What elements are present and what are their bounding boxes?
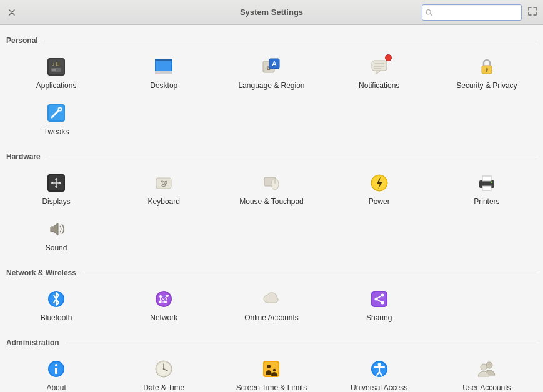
svg-rect-10 bbox=[155, 71, 172, 74]
grid-administration: About Date & Time Screen Time & Limits U… bbox=[0, 350, 543, 392]
item-label: Screen Time & Limits bbox=[236, 383, 307, 392]
grid-personal: ♪ 日 Applications Desktop aA Language & R… bbox=[0, 47, 543, 144]
svg-rect-15 bbox=[372, 61, 387, 71]
keyboard-icon: @ bbox=[153, 172, 174, 194]
search-field-wrap[interactable] bbox=[422, 4, 522, 21]
item-label: Sharing bbox=[366, 313, 392, 322]
item-desktop[interactable]: Desktop bbox=[110, 51, 217, 97]
svg-rect-55 bbox=[55, 368, 57, 374]
section-header-administration: Administration bbox=[0, 330, 543, 350]
svg-rect-21 bbox=[486, 70, 487, 72]
maximize-button[interactable] bbox=[528, 7, 537, 18]
item-printers[interactable]: Printers bbox=[433, 167, 541, 213]
item-label: Notifications bbox=[359, 81, 399, 90]
item-label: Security & Privacy bbox=[456, 81, 517, 90]
item-label: Tweaks bbox=[44, 127, 69, 136]
mouse-icon bbox=[261, 172, 282, 194]
titlebar: System Settings bbox=[0, 0, 543, 25]
svg-rect-37 bbox=[482, 186, 491, 190]
item-sound[interactable]: Sound bbox=[2, 213, 110, 260]
svg-text:@: @ bbox=[160, 179, 167, 187]
svg-line-1 bbox=[430, 13, 432, 15]
section-title: Network & Wireless bbox=[6, 268, 76, 277]
item-label: Bluetooth bbox=[41, 313, 72, 322]
notification-badge bbox=[385, 54, 392, 61]
item-about[interactable]: About bbox=[2, 353, 110, 392]
screentime-icon bbox=[261, 358, 282, 380]
applications-icon: ♪ 日 bbox=[46, 56, 67, 77]
search-input[interactable] bbox=[433, 7, 519, 17]
svg-point-67 bbox=[377, 363, 381, 366]
item-online-accounts[interactable]: Online Accounts bbox=[217, 283, 325, 330]
section-title: Hardware bbox=[6, 152, 41, 161]
svg-text:♪ 日: ♪ 日 bbox=[52, 62, 60, 66]
item-label: Network bbox=[150, 313, 177, 322]
item-label: Power bbox=[369, 197, 390, 206]
item-label: Printers bbox=[474, 197, 499, 206]
printer-icon bbox=[476, 172, 497, 194]
close-button[interactable] bbox=[6, 7, 17, 18]
item-power[interactable]: Power bbox=[326, 167, 433, 213]
lock-icon bbox=[476, 56, 497, 77]
item-displays[interactable]: Displays bbox=[2, 167, 110, 213]
item-language-region[interactable]: aA Language & Region bbox=[217, 51, 325, 97]
item-keyboard[interactable]: @ Keyboard bbox=[110, 167, 217, 213]
displays-icon bbox=[46, 172, 67, 194]
network-icon bbox=[153, 288, 174, 310]
item-screen-time-limits[interactable]: Screen Time & Limits bbox=[217, 353, 325, 392]
section-title: Administration bbox=[6, 338, 59, 347]
item-label: Sound bbox=[46, 243, 67, 252]
item-mouse-touchpad[interactable]: Mouse & Touchpad bbox=[217, 167, 325, 213]
item-universal-access[interactable]: Universal Access bbox=[326, 353, 433, 392]
desktop-icon bbox=[153, 56, 174, 77]
item-security-privacy[interactable]: Security & Privacy bbox=[433, 51, 541, 97]
item-label: User Accounts bbox=[462, 383, 511, 392]
item-label: About bbox=[46, 383, 66, 392]
section-title: Personal bbox=[6, 36, 38, 45]
cloud-icon bbox=[261, 288, 282, 310]
svg-point-25 bbox=[59, 109, 61, 110]
item-user-accounts[interactable]: User Accounts bbox=[433, 353, 541, 392]
item-network[interactable]: Network bbox=[110, 283, 217, 330]
section-header-hardware: Hardware bbox=[0, 144, 543, 164]
item-bluetooth[interactable]: Bluetooth bbox=[2, 283, 110, 330]
svg-rect-8 bbox=[156, 60, 171, 71]
item-label: Online Accounts bbox=[244, 313, 299, 322]
power-icon bbox=[369, 172, 390, 194]
item-date-time[interactable]: Date & Time bbox=[110, 353, 217, 392]
content-area: Personal ♪ 日 Applications Desktop aA Lan… bbox=[0, 25, 543, 392]
item-label: Universal Access bbox=[351, 383, 407, 392]
item-label: Language & Region bbox=[238, 81, 304, 90]
svg-point-54 bbox=[55, 364, 57, 366]
svg-point-60 bbox=[163, 368, 165, 370]
item-label: Applications bbox=[36, 81, 77, 90]
svg-rect-48 bbox=[372, 292, 386, 306]
close-icon bbox=[9, 9, 15, 16]
item-label: Displays bbox=[42, 197, 70, 206]
item-label: Date & Time bbox=[143, 383, 184, 392]
search-icon bbox=[425, 8, 433, 17]
tweaks-icon bbox=[46, 102, 67, 124]
item-label: Keyboard bbox=[148, 197, 180, 206]
svg-rect-9 bbox=[155, 59, 172, 61]
section-header-network: Network & Wireless bbox=[0, 260, 543, 280]
users-icon bbox=[476, 358, 497, 380]
maximize-icon bbox=[528, 7, 537, 16]
section-header-personal: Personal bbox=[0, 27, 543, 47]
item-label: Mouse & Touchpad bbox=[239, 197, 304, 206]
svg-point-68 bbox=[486, 362, 492, 368]
grid-network: Bluetooth Network Online Accounts Sharin… bbox=[0, 280, 543, 330]
item-applications[interactable]: ♪ 日 Applications bbox=[2, 51, 110, 97]
item-notifications[interactable]: Notifications bbox=[326, 51, 433, 97]
svg-rect-6 bbox=[52, 69, 56, 71]
grid-hardware: Displays @ Keyboard Mouse & Touchpad Pow… bbox=[0, 164, 543, 260]
svg-point-69 bbox=[481, 364, 487, 370]
svg-text:A: A bbox=[272, 60, 277, 67]
item-tweaks[interactable]: Tweaks bbox=[2, 97, 110, 144]
item-label: Desktop bbox=[150, 81, 177, 90]
about-icon bbox=[46, 358, 67, 380]
svg-rect-36 bbox=[482, 176, 491, 181]
notifications-icon bbox=[369, 56, 390, 77]
item-sharing[interactable]: Sharing bbox=[326, 283, 433, 330]
clock-icon bbox=[153, 358, 174, 380]
